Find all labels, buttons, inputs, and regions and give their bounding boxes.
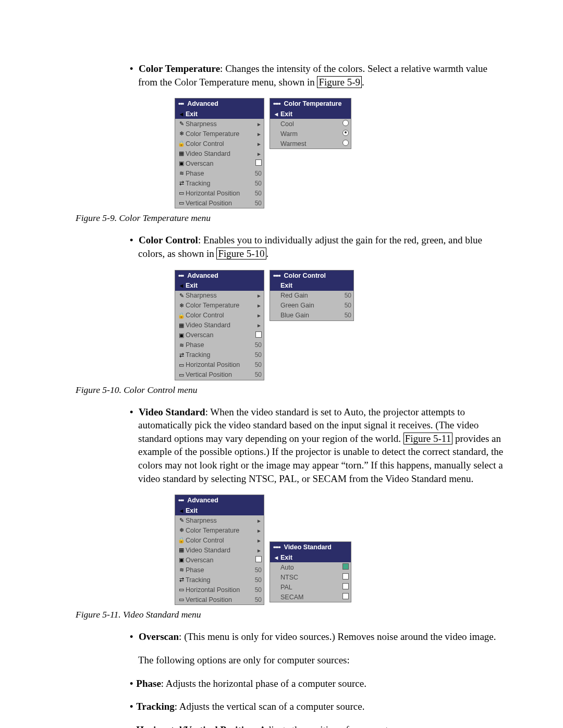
item-phase: •Phase: Adjusts the horizontal phase of … — [138, 677, 506, 690]
caption-5-10: Figure 5-10. Color Control menu — [76, 385, 506, 396]
advanced-panel: •••Advanced◄Exit✎Sharpness►❄Color Temper… — [175, 495, 264, 605]
item-tracking: •Tracking: Adjusts the vertical scan of … — [138, 700, 506, 713]
item-color-temperature: • Color Temperature: Changes the intensi… — [138, 62, 506, 89]
link-figure-5-10[interactable]: Figure 5-10 — [216, 248, 266, 260]
color-temperature-submenu: ••••Color Temperature◄ExitCoolWarmWarmes… — [270, 98, 351, 149]
figure-5-11: •••Advanced◄Exit✎Sharpness►❄Color Temper… — [175, 495, 506, 605]
color-control-submenu: ••••Color ControlExitRed Gain50Green Gai… — [270, 270, 354, 321]
note-computer-sources: The following options are only for compu… — [138, 653, 506, 667]
caption-5-11: Figure 5-11. Video Standard menu — [76, 609, 506, 620]
link-figure-5-9[interactable]: Figure 5-9 — [317, 76, 362, 88]
advanced-panel: •••Advanced◄Exit✎Sharpness►❄Color Temper… — [175, 270, 264, 380]
item-video-standard: • Video Standard: When the video standar… — [138, 405, 506, 486]
item-hv-position: •Horizontal/Vertical Position: Adjusts t… — [138, 723, 506, 728]
figure-5-10: •••Advanced◄Exit✎Sharpness►❄Color Temper… — [175, 270, 506, 380]
item-color-control: • Color Control: Enables you to individu… — [138, 233, 506, 260]
link-figure-5-11[interactable]: Figure 5-11 — [403, 433, 452, 445]
item-overscan: • Overscan: (This menu is only for video… — [138, 630, 506, 644]
caption-5-9: Figure 5-9. Color Temperature menu — [76, 213, 506, 224]
video-standard-submenu: ••••Video Standard◄ExitAutoNTSCPALSECAM — [270, 541, 351, 602]
figure-5-9: •••Advanced◄Exit✎Sharpness►❄Color Temper… — [175, 98, 506, 208]
advanced-panel: •••Advanced◄Exit✎Sharpness►❄Color Temper… — [175, 98, 264, 208]
